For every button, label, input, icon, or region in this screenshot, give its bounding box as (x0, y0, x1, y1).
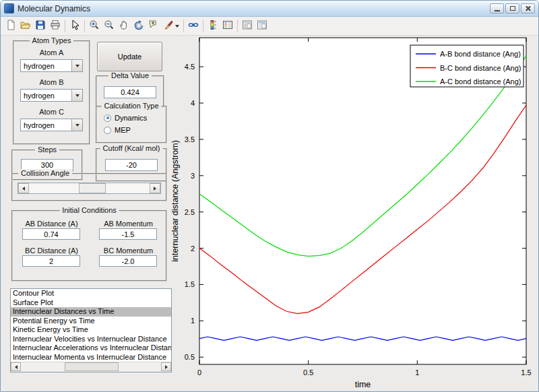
zoom-out-button[interactable] (102, 19, 117, 34)
bc-momentum-input[interactable] (99, 255, 157, 267)
x-tick-label: 1 (415, 368, 419, 377)
hscroll-thumb[interactable] (65, 362, 119, 371)
ab-momentum-label: AB Momentum (96, 220, 160, 228)
list-item[interactable]: Kinetic Energy vs Time (11, 325, 171, 335)
arrow-left-icon (15, 365, 18, 369)
edit-plot-icon (69, 20, 80, 33)
atom-b-dropdown-arrow-button[interactable] (71, 90, 82, 101)
update-button[interactable]: Update (97, 42, 162, 71)
legend[interactable]: A-B bond distance (Ang)B-C bond distance… (410, 45, 524, 87)
list-item[interactable]: Internuclear Accelerations vs Internucle… (11, 344, 171, 353)
pan-button[interactable] (117, 19, 131, 34)
chevron-down-icon (75, 65, 80, 67)
radio-mep-label: MEP (115, 126, 131, 134)
y-tick-label: 0.5 (185, 353, 195, 361)
list-item[interactable]: Internuclear Distances vs Time (11, 307, 171, 317)
link-plot-button[interactable] (186, 19, 201, 34)
atom-b-dropdown[interactable]: hydrogen (20, 89, 83, 102)
x-axis-label: time (355, 380, 371, 389)
atom-a-dropdown-arrow-button[interactable] (71, 60, 82, 71)
maximize-button[interactable] (505, 3, 519, 13)
radio-dynamics[interactable]: Dynamics (104, 114, 147, 122)
open-button[interactable] (18, 19, 33, 34)
save-icon (35, 20, 46, 33)
insert-colorbar-button[interactable] (205, 19, 220, 34)
slider-left-arrow-button[interactable] (18, 183, 29, 193)
x-tick-label: 0.5 (303, 368, 313, 377)
y-tick-label: 3 (191, 172, 195, 180)
app-icon (4, 3, 14, 13)
slider-thumb[interactable] (79, 183, 106, 193)
plot-type-listbox[interactable]: Contour PlotSurface PlotInternuclear Dis… (10, 288, 172, 372)
collision-angle-panel: Collision Angle (11, 173, 167, 201)
radio-dynamics-label: Dynamics (115, 114, 147, 122)
atom-c-selected-value: hydrogen (21, 121, 71, 129)
radio-mep-icon[interactable] (104, 127, 111, 134)
print-button[interactable] (48, 19, 63, 34)
collision-angle-slider[interactable] (18, 183, 161, 194)
arrow-left-icon (22, 187, 25, 191)
listbox-hscrollbar[interactable] (11, 362, 171, 372)
brush-button[interactable] (161, 19, 181, 34)
data-cursor-icon (148, 20, 159, 33)
slider-right-arrow-button[interactable] (150, 183, 160, 193)
list-item[interactable]: Contour Plot (11, 289, 171, 298)
bc-distance-label: BC Distance (A) (20, 247, 84, 255)
toolbar-separator (203, 20, 203, 32)
show-plot-tools-button[interactable] (255, 19, 270, 34)
brush-icon (163, 20, 174, 33)
legend-entry: B-C bond distance (Ang) (440, 64, 521, 72)
ab-distance-label: AB Distance (A) (20, 220, 84, 228)
chevron-down-icon (75, 94, 80, 97)
radio-mep[interactable]: MEP (104, 126, 131, 134)
atom-a-dropdown[interactable]: hydrogen (20, 59, 83, 72)
y-tick-label: 4.5 (185, 63, 195, 71)
cutoff-input[interactable] (105, 159, 158, 171)
steps-title: Steps (35, 145, 59, 154)
ab-distance-input[interactable] (22, 228, 80, 240)
window-title: Molecular Dynamics (18, 4, 490, 13)
close-icon (525, 5, 531, 11)
calculation-type-panel: Calculation Type DynamicsMEP (96, 106, 167, 143)
rotate-3d-icon (133, 20, 144, 33)
list-item[interactable]: Internuclear Momenta vs Internuclear Dis… (11, 353, 171, 362)
chevron-down-icon (75, 124, 80, 127)
data-cursor-button[interactable] (146, 19, 161, 34)
y-tick-label: 4 (191, 99, 195, 107)
plot-axes[interactable]: 0.511.522.533.544.500.511.5A-B bond dist… (169, 36, 539, 391)
delta-value-input[interactable] (104, 86, 156, 98)
bc-distance-input[interactable] (22, 255, 80, 267)
x-tick-label: 0 (197, 368, 201, 377)
atom-c-dropdown[interactable]: hydrogen (20, 119, 83, 131)
list-item[interactable]: Internuclear Velocities vs Internuclear … (11, 335, 171, 344)
insert-legend-button[interactable] (220, 19, 235, 34)
atom-b-selected-value: hydrogen (21, 92, 71, 100)
toolbar-separator (65, 20, 65, 32)
list-item[interactable]: Surface Plot (11, 298, 171, 308)
chevron-down-icon[interactable] (175, 25, 179, 28)
rotate-3d-button[interactable] (131, 19, 146, 34)
new-file-button[interactable] (3, 19, 18, 34)
radio-dynamics-icon[interactable] (104, 115, 111, 122)
list-item[interactable]: Potential Energy vs Time (11, 317, 171, 326)
atom-types-title: Atom Types (30, 36, 74, 44)
save-button[interactable] (33, 19, 48, 34)
atom-c-dropdown-arrow-button[interactable] (71, 119, 82, 131)
titlebar[interactable]: Molecular Dynamics (1, 1, 538, 17)
hscroll-left-arrow-button[interactable] (11, 362, 21, 371)
close-button[interactable] (521, 3, 535, 13)
window: Molecular Dynamics Atom Types Atom Ahydr… (0, 0, 539, 392)
zoom-out-icon (104, 20, 115, 33)
y-tick-label: 1 (191, 317, 195, 325)
open-icon (20, 20, 31, 33)
y-axis-label: internuclear distance (Angstrom) (170, 140, 180, 262)
y-tick-label: 3.5 (185, 135, 195, 143)
ab-momentum-input[interactable] (99, 228, 157, 240)
hide-plot-tools-button[interactable] (240, 19, 255, 34)
calculation-type-title: Calculation Type (101, 102, 161, 110)
y-tick-label: 1.5 (185, 280, 195, 288)
minimize-button[interactable] (490, 3, 504, 13)
y-tick-label: 2 (191, 244, 195, 253)
edit-plot-button[interactable] (67, 19, 82, 34)
zoom-in-button[interactable] (87, 19, 102, 34)
